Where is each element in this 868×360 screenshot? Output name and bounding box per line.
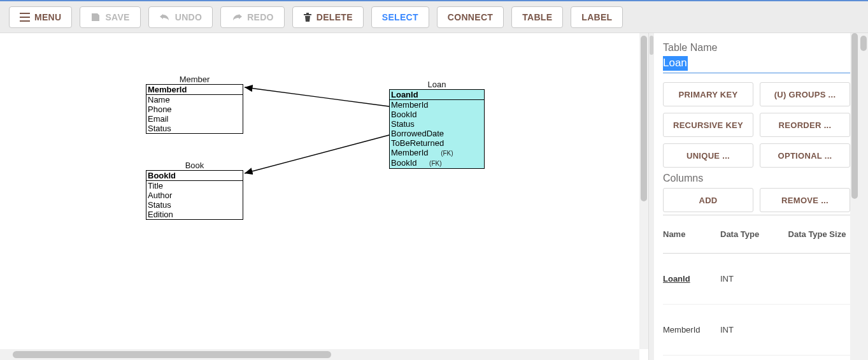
- entity-loan-fk: MemberId (FK): [390, 148, 484, 158]
- columns-grid-row[interactable]: MemberId INT: [663, 305, 850, 356]
- col-header-size: Data Type Size: [784, 229, 850, 240]
- columns-grid: Name Data Type Data Type Size LoanId INT…: [663, 215, 850, 356]
- menu-label: MENU: [34, 12, 61, 22]
- canvas-scrollbar-horizontal[interactable]: [0, 349, 639, 360]
- u-groups-button[interactable]: (U) GROUPS ...: [760, 82, 850, 106]
- save-label: SAVE: [105, 12, 129, 22]
- properties-panel: Table Name Loan PRIMARY KEY (U) GROUPS .…: [654, 33, 859, 360]
- entity-book-col: Edition: [146, 210, 243, 219]
- delete-label: DELETE: [317, 12, 353, 22]
- fk-tag: (FK): [441, 150, 453, 157]
- select-button[interactable]: SELECT: [371, 6, 429, 28]
- entity-loan-col: BookId: [390, 110, 484, 119]
- connect-label: CONNECT: [448, 12, 493, 22]
- outer-scrollbar-vertical[interactable]: [859, 33, 868, 360]
- menu-button[interactable]: MENU: [9, 6, 72, 28]
- entity-loan-title: Loan: [390, 80, 484, 89]
- entity-loan-col: MemberId: [390, 100, 484, 110]
- column-action-grid: ADD REMOVE ...: [663, 188, 850, 212]
- svg-rect-3: [93, 14, 97, 17]
- col-name: MemberId: [663, 325, 720, 335]
- panel-scrollbar-vertical[interactable]: [850, 33, 859, 360]
- entity-member-col: Email: [146, 114, 243, 124]
- table-name-field-wrap: Loan: [663, 56, 850, 73]
- columns-label: Columns: [663, 173, 850, 184]
- columns-grid-row[interactable]: LoanId INT: [663, 254, 850, 305]
- entity-loan-col: ToBeReturned: [390, 138, 484, 148]
- table-name-input[interactable]: [663, 56, 850, 73]
- svg-rect-6: [306, 13, 309, 14]
- save-button: SAVE: [80, 6, 140, 28]
- entity-loan-pk: LoanId: [390, 90, 484, 100]
- key-button-grid: PRIMARY KEY (U) GROUPS ... RECURSIVE KEY…: [663, 82, 850, 168]
- save-icon: [90, 12, 101, 22]
- svg-rect-1: [20, 17, 30, 18]
- table-name-selection: Loan: [663, 56, 688, 71]
- panel-resize-gutter[interactable]: [649, 33, 654, 360]
- main-area: Member MemberId Name Phone Email Status …: [0, 33, 868, 360]
- col-header-name: Name: [663, 229, 720, 239]
- entity-loan-fk: BookId (FK): [390, 158, 484, 168]
- diagram-canvas[interactable]: Member MemberId Name Phone Email Status …: [0, 33, 648, 349]
- undo-icon: [159, 13, 171, 22]
- delete-button[interactable]: DELETE: [292, 6, 364, 28]
- trash-icon: [303, 12, 312, 22]
- recursive-key-button[interactable]: RECURSIVE KEY: [663, 113, 753, 137]
- redo-button: REDO: [220, 6, 285, 28]
- entity-book-pk: BookId: [146, 171, 243, 181]
- connect-button[interactable]: CONNECT: [437, 6, 504, 28]
- col-header-datatype: Data Type: [720, 229, 784, 239]
- entity-loan-col: BorrowedDate: [390, 129, 484, 138]
- entity-book[interactable]: Book BookId Title Author Status Edition: [146, 170, 243, 220]
- entity-book-col: Title: [146, 181, 243, 191]
- col-name: LoanId: [663, 274, 720, 284]
- entity-member-title: Member: [146, 75, 243, 84]
- entity-member-pk: MemberId: [146, 85, 243, 95]
- menu-icon: [20, 13, 30, 22]
- entity-member-col: Status: [146, 124, 243, 133]
- entity-loan[interactable]: Loan LoanId MemberId BookId Status Borro…: [389, 89, 485, 169]
- col-dtype: INT: [720, 325, 784, 335]
- edge-layer: [0, 33, 648, 349]
- canvas-wrap: Member MemberId Name Phone Email Status …: [0, 33, 649, 360]
- entity-book-col: Status: [146, 200, 243, 210]
- reorder-button[interactable]: REORDER ...: [760, 113, 850, 137]
- entity-loan-col: Status: [390, 119, 484, 129]
- label-button[interactable]: LABEL: [571, 6, 623, 28]
- label-label: LABEL: [581, 12, 612, 22]
- undo-label: UNDO: [175, 12, 202, 22]
- entity-member[interactable]: Member MemberId Name Phone Email Status: [146, 84, 243, 134]
- fk-tag: (FK): [429, 160, 441, 167]
- primary-key-button[interactable]: PRIMARY KEY: [663, 82, 753, 106]
- undo-button: UNDO: [148, 6, 213, 28]
- svg-line-7: [245, 87, 389, 106]
- redo-icon: [231, 13, 243, 22]
- canvas-scrollbar-vertical[interactable]: [639, 33, 648, 349]
- entity-member-col: Name: [146, 95, 243, 104]
- table-label: TABLE: [522, 12, 552, 22]
- entity-book-title: Book: [146, 161, 243, 170]
- svg-rect-5: [304, 14, 311, 15]
- select-label: SELECT: [382, 12, 418, 22]
- remove-column-button[interactable]: REMOVE ...: [760, 188, 850, 212]
- columns-grid-header: Name Data Type Data Type Size: [663, 215, 850, 254]
- toolbar: MENU SAVE UNDO REDO DELETE SELECT CONNEC…: [0, 1, 868, 33]
- svg-rect-4: [93, 18, 98, 20]
- redo-label: REDO: [247, 12, 274, 22]
- svg-rect-0: [20, 13, 30, 14]
- svg-line-8: [245, 135, 389, 173]
- optional-button[interactable]: OPTIONAL ...: [760, 143, 850, 168]
- table-button[interactable]: TABLE: [511, 6, 563, 28]
- col-dtype: INT: [720, 274, 784, 284]
- add-column-button[interactable]: ADD: [663, 188, 753, 212]
- entity-book-col: Author: [146, 191, 243, 200]
- table-name-label: Table Name: [663, 42, 850, 54]
- unique-button[interactable]: UNIQUE ...: [663, 143, 753, 168]
- svg-rect-2: [20, 20, 30, 22]
- entity-member-col: Phone: [146, 104, 243, 114]
